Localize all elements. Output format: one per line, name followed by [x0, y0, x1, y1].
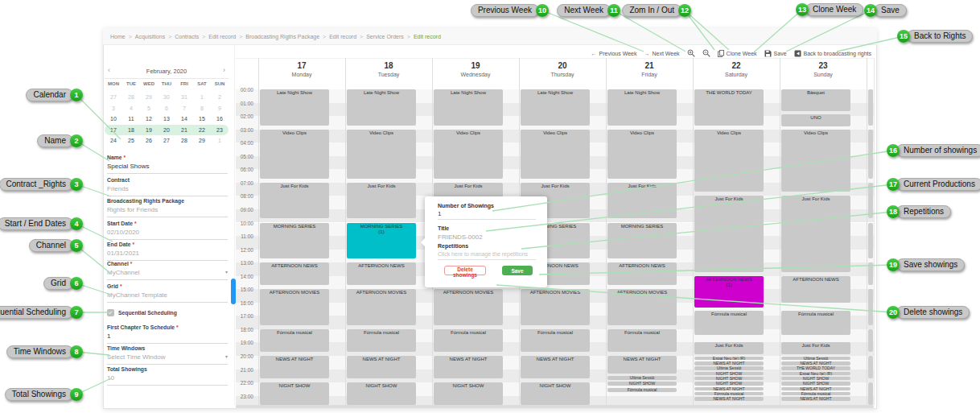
calendar-day[interactable]: 23	[211, 127, 229, 133]
showing-block[interactable]: AFTERNOON NEWS	[347, 262, 416, 285]
showing-block[interactable]: AFTERNOON NEWS(1)	[694, 276, 764, 308]
showing-block[interactable]: Video Clips	[260, 130, 329, 179]
showing-block[interactable]: MORNING SERIES	[260, 223, 329, 259]
showing-block[interactable]: Fórmula musical	[260, 329, 329, 352]
showing-block[interactable]: Just For Kids	[694, 196, 764, 271]
contract-field[interactable]: Friends	[107, 185, 228, 192]
showing-block[interactable]: AFTERNOON MOVIES	[434, 289, 503, 325]
showing-block[interactable]: Video Clips	[694, 130, 764, 192]
showing-block[interactable]: Video Clips	[434, 130, 503, 179]
breadcrumb-item[interactable]: Edit record	[208, 34, 236, 39]
breadcrumb-item[interactable]: Edit record	[329, 34, 356, 39]
calendar-day[interactable]: 28	[175, 138, 193, 143]
showing-block[interactable]: NIGHT SHOW	[434, 382, 503, 405]
showing-block[interactable]: Video Clips	[521, 130, 590, 179]
showing-block[interactable]: THE WORLD TODAY	[781, 366, 850, 370]
calendar-day[interactable]: 26	[140, 138, 158, 143]
previous-week-button[interactable]: ←Previous Week	[591, 51, 637, 56]
next-week-button[interactable]: →Next Week	[644, 51, 679, 56]
showing-block[interactable]: Late Night Show	[260, 89, 329, 126]
showing-block[interactable]: Última Sessió	[607, 376, 677, 380]
showing-block[interactable]: NIGHT SHOW	[694, 377, 764, 380]
calendar-next-month-button[interactable]: ›	[223, 66, 225, 74]
showing-block[interactable]: MORNING SERIES	[607, 223, 677, 259]
showing-block[interactable]: NIGHT SHOW	[347, 382, 416, 405]
calendar-day[interactable]: 29	[193, 138, 211, 143]
breadcrumb-item[interactable]: Service Orders	[366, 34, 404, 39]
calendar-day[interactable]: 22	[193, 127, 211, 133]
delete-showings-button[interactable]: Delete showings	[444, 266, 486, 275]
calendar-day[interactable]: 16	[211, 116, 229, 122]
showing-block[interactable]: Just For Kids	[607, 183, 677, 219]
showing-block[interactable]: Late Night Show	[521, 89, 590, 126]
calendar-prev-month-button[interactable]: ‹	[108, 66, 110, 74]
showing-block[interactable]: Bàsquet	[781, 89, 850, 111]
showing-block[interactable]: Video Clips	[781, 130, 850, 192]
calendar-day[interactable]: 27	[105, 94, 122, 100]
showing-block[interactable]: NEWS AT NIGHT	[781, 387, 850, 390]
showing-block[interactable]: Espai Neu (té) (R)	[694, 357, 764, 360]
calendar-day[interactable]: 1	[211, 138, 229, 143]
showing-block[interactable]: Fórmula musical	[607, 329, 677, 352]
showing-block[interactable]: Fórmula musical	[521, 329, 590, 352]
broadcasting-rights-package-field[interactable]: Rights for Friends	[107, 206, 228, 213]
showing-block[interactable]: NIGHT SHOW	[781, 377, 850, 380]
showing-block[interactable]: UNO	[781, 114, 850, 126]
showing-block[interactable]: Última Sessió	[694, 366, 764, 370]
showing-block[interactable]: Just For Kids	[260, 183, 329, 219]
showing-block[interactable]: NEWS AT NIGHT	[434, 356, 503, 378]
showing-block[interactable]: AFTERNOON NEWS	[260, 262, 329, 285]
calendar-day[interactable]: 15	[193, 116, 211, 122]
calendar-day[interactable]: 21	[175, 127, 193, 133]
calendar-day[interactable]: 1	[193, 94, 211, 100]
showing-block[interactable]: Just For Kids	[781, 196, 850, 271]
calendar-day[interactable]: 13	[158, 116, 175, 122]
showing-block[interactable]: NIGHT SHOW	[694, 382, 764, 385]
grid-field[interactable]: MyChannel Template	[107, 291, 228, 299]
showing-block[interactable]: Fórmula musical	[607, 388, 677, 392]
showing-block[interactable]: NEWS AT NIGHT	[781, 361, 850, 365]
showing-block[interactable]: AFTERNOON MOVIES	[260, 289, 329, 325]
start-date-field[interactable]: 02/10/2020	[107, 229, 228, 236]
breadcrumb-item[interactable]: Edit record	[414, 34, 441, 39]
number-of-showings-input[interactable]: 1	[438, 210, 539, 217]
calendar-day[interactable]: 10	[105, 116, 122, 122]
calendar-day[interactable]: 30	[158, 94, 175, 100]
end-date-field[interactable]: 01/31/2021	[107, 250, 228, 257]
showing-block[interactable]: NIGHT SHOW	[781, 382, 850, 385]
showing-block[interactable]: Fórmula musical	[347, 329, 416, 352]
save-button[interactable]: Save	[764, 50, 787, 57]
breadcrumb-item[interactable]: Home	[110, 34, 126, 39]
showing-block[interactable]: Video Clips	[347, 130, 416, 179]
calendar-day[interactable]: 2	[211, 94, 229, 100]
showing-block[interactable]: Video Clips	[607, 130, 677, 179]
showing-block[interactable]: Fórmula musical	[781, 311, 850, 335]
showing-block[interactable]: Espai Neu (té) (R)	[781, 372, 850, 375]
showing-block[interactable]: Última Sessió	[781, 357, 850, 360]
showing-block[interactable]: NEWS AT NIGHT	[347, 356, 416, 378]
zoom-out-button[interactable]	[702, 49, 710, 57]
calendar-day[interactable]: 9	[211, 105, 229, 111]
calendar-day[interactable]: 19	[140, 127, 158, 133]
showing-block[interactable]: Late Night Show	[434, 89, 503, 126]
calendar-day[interactable]: 28	[122, 94, 140, 100]
calendar-day[interactable]: 3	[105, 105, 122, 111]
showing-block[interactable]: Fórmula musical	[694, 392, 764, 395]
calendar-day[interactable]: 20	[158, 127, 175, 133]
showing-block[interactable]: NIGHT SHOW	[607, 382, 677, 386]
calendar-day[interactable]: 6	[158, 105, 175, 111]
save-showings-button[interactable]: Save	[502, 266, 533, 275]
showing-block[interactable]: NIGHT SHOW	[521, 382, 590, 405]
calendar-day[interactable]: 27	[158, 138, 175, 143]
showing-block[interactable]: NIGHT SHOW	[260, 382, 329, 405]
showing-block[interactable]: Just For Kids	[347, 183, 416, 219]
first-chapter-to-schedule-field[interactable]: 1	[107, 332, 228, 340]
calendar-day[interactable]: 29	[140, 94, 158, 100]
showing-block[interactable]: AFTERNOON MOVIES	[347, 289, 416, 325]
showing-block[interactable]: Late Night Show	[347, 89, 416, 126]
calendar-day[interactable]: 18	[122, 127, 140, 133]
sidebar-resize-handle[interactable]	[231, 279, 236, 304]
calendar-day[interactable]: 14	[175, 116, 193, 122]
calendar-day[interactable]: 24	[105, 138, 122, 143]
clone-week-button[interactable]: Clone Week	[718, 50, 757, 57]
